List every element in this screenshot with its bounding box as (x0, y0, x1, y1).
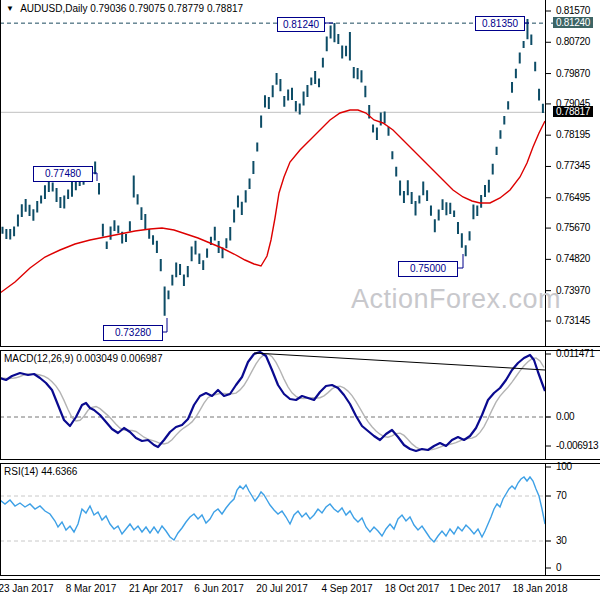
watermark: ActionForex.com (351, 284, 561, 315)
price-axis-label: 0.73145 (556, 315, 590, 326)
price-axis-label: 0.79870 (556, 68, 590, 79)
rsi-axis-label: 0 (556, 562, 561, 573)
price-axis-label: 0.81570 (556, 5, 590, 16)
chart-window: ActionForex.com ▼ AUDUSD,Daily 0.79036 0… (0, 0, 600, 600)
annotation-box[interactable]: 0.81240 (277, 17, 325, 32)
date-axis-label: 18 Jan 2018 (512, 583, 567, 594)
date-axis-label: 21 Apr 2017 (129, 583, 183, 594)
price-axis-label: 0.73970 (556, 285, 590, 296)
macd-label: MACD(12,26,9) 0.003049 0.006987 (4, 353, 162, 364)
annotation-box[interactable]: 0.77480 (33, 166, 93, 182)
rsi-label: RSI(14) 44.6366 (4, 466, 77, 477)
annotation-box[interactable]: 0.75000 (398, 261, 458, 277)
pane-separator[interactable] (0, 459, 600, 464)
date-axis-label: 18 Oct 2017 (385, 583, 439, 594)
rsi-axis-label: 70 (556, 490, 567, 501)
macd-axis-label: 0.011471 (556, 348, 595, 359)
date-axis-label: 8 Mar 2017 (66, 583, 117, 594)
price-axis-label: 0.78195 (556, 129, 590, 140)
date-axis-label: 6 Jun 2017 (194, 583, 244, 594)
annotation-box[interactable]: 0.81350 (475, 16, 525, 31)
price-axis-label: 0.78817 (553, 106, 593, 117)
price-axis-label: 0.76495 (556, 192, 590, 203)
annotation-box[interactable]: 0.73280 (103, 325, 163, 341)
rsi-axis-label: 30 (556, 535, 567, 546)
pane-separator[interactable] (0, 346, 600, 351)
date-axis-label: 20 Jul 2017 (256, 583, 308, 594)
price-axis-label: 0.75670 (556, 222, 590, 233)
date-axis-label: 1 Dec 2017 (449, 583, 500, 594)
date-axis-label: 23 Jan 2017 (0, 583, 54, 594)
chevron-down-icon[interactable]: ▼ (6, 4, 14, 13)
price-axis-label: 0.80720 (556, 36, 590, 47)
ohlc-values: 0.79036 0.79075 0.78779 0.78817 (90, 3, 243, 14)
date-axis-label: 4 Sep 2017 (321, 583, 372, 594)
macd-axis-label: 0.00 (556, 411, 574, 422)
price-axis-label: 0.81240 (553, 17, 593, 28)
macd-axis-label: -0.006913 (556, 440, 598, 451)
chart-title: ▼ AUDUSD,Daily 0.79036 0.79075 0.78779 0… (6, 3, 243, 14)
macd-trendline (254, 353, 545, 370)
price-axis-label: 0.74820 (556, 253, 590, 264)
rsi-axis-label: 100 (556, 461, 572, 472)
symbol-timeframe-label: AUDUSD,Daily (20, 3, 87, 14)
price-axis-label: 0.77345 (556, 160, 590, 171)
rsi-line (0, 477, 545, 542)
macd-line (0, 352, 545, 451)
pane-separator[interactable] (0, 575, 600, 580)
